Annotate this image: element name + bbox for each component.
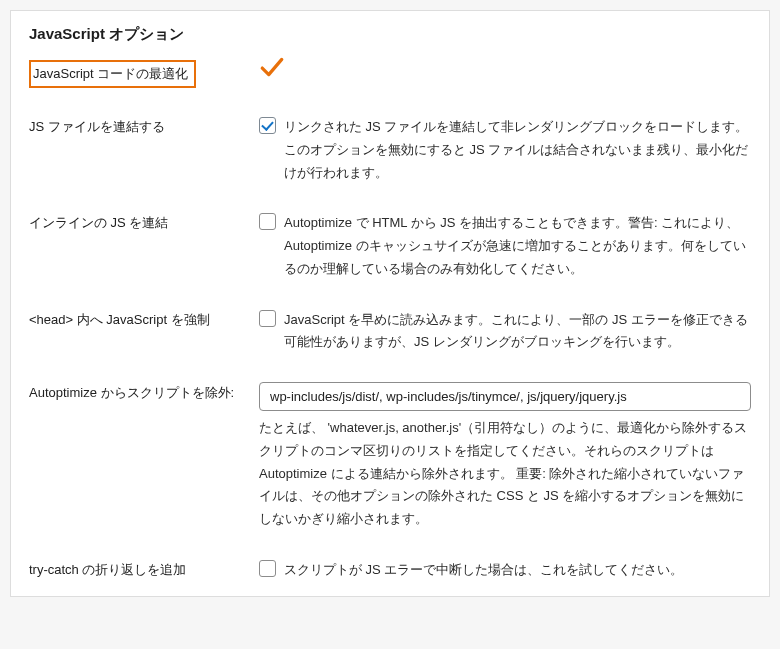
forcehead-js-desc: JavaScript を早めに読み込みます。これにより、一部の JS エラーを修… <box>284 309 751 355</box>
trycatch-desc: スクリプトが JS エラーで中断した場合は、これを試してください。 <box>284 559 751 582</box>
row-trycatch: try-catch の折り返しを追加 スクリプトが JS エラーで中断した場合は… <box>29 559 751 582</box>
row-aggregate-js: JS ファイルを連結する リンクされた JS ファイルを連結して非レンダリングブ… <box>29 116 751 184</box>
row-forcehead-js: <head> 内へ JavaScript を強制 JavaScript を早めに… <box>29 309 751 355</box>
aggregate-js-label: JS ファイルを連結する <box>29 116 259 136</box>
forcehead-js-checkbox[interactable] <box>259 310 276 327</box>
row-optimize-js: JavaScript コードの最適化 <box>29 58 751 88</box>
trycatch-label: try-catch の折り返しを追加 <box>29 559 259 579</box>
checkmark-icon <box>259 54 285 80</box>
exclude-scripts-input[interactable] <box>259 382 751 411</box>
section-title: JavaScript オプション <box>29 25 751 44</box>
exclude-scripts-desc: たとえば、 'whatever.js, another.js'（引用符なし）のよ… <box>259 417 751 531</box>
optimize-js-label: JavaScript コードの最適化 <box>29 60 196 88</box>
js-options-panel: JavaScript オプション JavaScript コードの最適化 JS フ… <box>10 10 770 597</box>
forcehead-js-label: <head> 内へ JavaScript を強制 <box>29 309 259 329</box>
inline-js-checkbox[interactable] <box>259 213 276 230</box>
row-inline-js: インラインの JS を連結 Autoptimize で HTML から JS を… <box>29 212 751 280</box>
row-exclude-scripts: Autoptimize からスクリプトを除外: たとえば、 'whatever.… <box>29 382 751 531</box>
trycatch-checkbox[interactable] <box>259 560 276 577</box>
inline-js-label: インラインの JS を連結 <box>29 212 259 232</box>
aggregate-js-desc: リンクされた JS ファイルを連結して非レンダリングブロックをロードします。この… <box>284 116 751 184</box>
aggregate-js-checkbox[interactable] <box>259 117 276 134</box>
exclude-scripts-label: Autoptimize からスクリプトを除外: <box>29 382 259 402</box>
inline-js-desc: Autoptimize で HTML から JS を抽出することもできます。警告… <box>284 212 751 280</box>
